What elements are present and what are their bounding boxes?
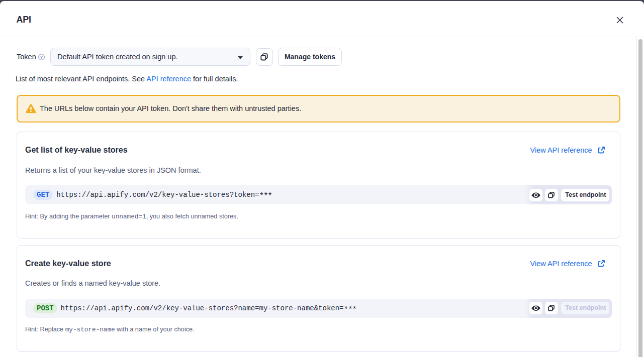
svg-text:?: ? — [40, 54, 43, 59]
